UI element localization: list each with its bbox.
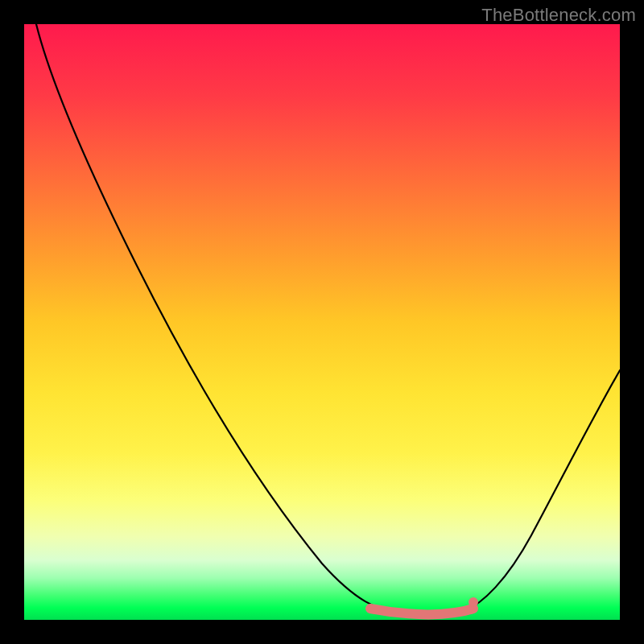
curve-layer: [24, 24, 620, 620]
highlight-segment: [370, 600, 476, 614]
svg-point-0: [471, 600, 476, 605]
watermark-text: TheBottleneck.com: [481, 5, 636, 26]
plot-area: [24, 24, 620, 620]
bottleneck-curve-line: [36, 24, 620, 614]
bottleneck-chart: TheBottleneck.com: [0, 0, 644, 644]
